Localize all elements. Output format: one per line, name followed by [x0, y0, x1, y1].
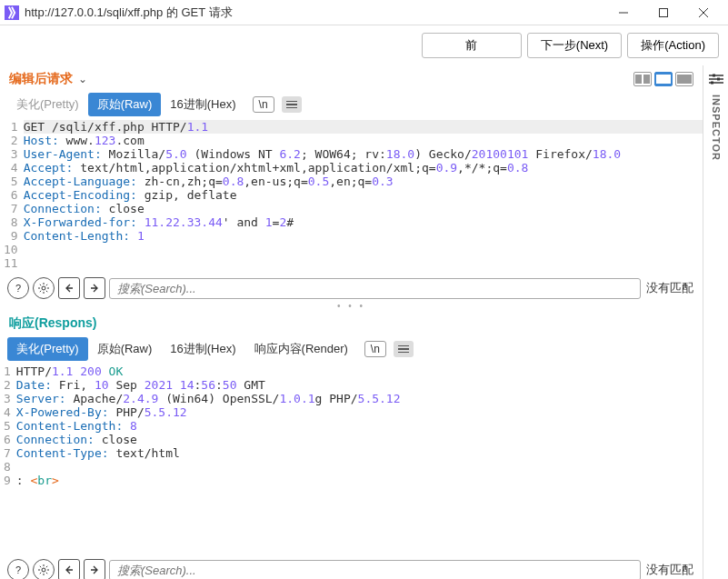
- response-pane: 响应(Respons) 美化(Pretty) 原始(Raw) 16进制(Hex)…: [0, 310, 703, 579]
- gear-icon[interactable]: [33, 559, 55, 579]
- tab-pretty[interactable]: 美化(Pretty): [7, 337, 88, 361]
- response-tabs: 美化(Pretty) 原始(Raw) 16进制(Hex) 响应内容(Render…: [0, 337, 703, 361]
- request-editor[interactable]: 1234567891011 GET /sqli/xff.php HTTP/1.1…: [0, 116, 703, 274]
- request-title: 编辑后请求: [9, 71, 73, 87]
- back-button[interactable]: 前: [422, 33, 522, 58]
- arrow-left-icon[interactable]: [58, 277, 80, 299]
- svg-line-10: [40, 285, 41, 285]
- svg-rect-29: [711, 82, 713, 85]
- arrow-right-icon[interactable]: [84, 559, 105, 579]
- tab-pretty[interactable]: 美化(Pretty): [7, 93, 88, 116]
- app-icon: [5, 5, 19, 20]
- titlebar: http://127.0.0.1/sqli/xff.php 的 GET 请求: [0, 0, 728, 25]
- request-no-match: 没有匹配: [644, 280, 695, 296]
- request-pane: 编辑后请求 ⌄ 美化(Pretty) 原始(Raw) 16进制(Hex) \n …: [0, 65, 703, 303]
- svg-line-22: [46, 566, 47, 567]
- newline-toggle[interactable]: \n: [364, 341, 386, 357]
- gear-icon[interactable]: [33, 277, 55, 299]
- action-button[interactable]: 操作(Action): [627, 33, 719, 58]
- response-title: 响应(Respons): [9, 315, 96, 332]
- pane-divider[interactable]: • • •: [0, 303, 703, 310]
- next-button[interactable]: 下一步(Next): [527, 33, 622, 58]
- view-columns-icon[interactable]: [633, 72, 652, 86]
- svg-rect-27: [713, 75, 715, 77]
- svg-point-15: [42, 568, 45, 572]
- svg-rect-1: [660, 8, 668, 16]
- svg-line-11: [46, 291, 47, 292]
- tab-hex[interactable]: 16进制(Hex): [161, 93, 244, 116]
- tab-hex[interactable]: 16进制(Hex): [161, 337, 244, 361]
- svg-line-12: [46, 285, 47, 285]
- chevron-down-icon[interactable]: ⌄: [78, 73, 87, 85]
- close-button[interactable]: [683, 1, 723, 25]
- view-split-icon[interactable]: [654, 72, 673, 86]
- svg-point-5: [42, 286, 45, 290]
- inspector-toggle-icon[interactable]: [708, 73, 724, 85]
- hamburger-icon[interactable]: [282, 96, 302, 113]
- newline-toggle[interactable]: \n: [253, 96, 274, 113]
- svg-text:?: ?: [15, 283, 21, 294]
- request-tabs: 美化(Pretty) 原始(Raw) 16进制(Hex) \n: [0, 93, 703, 116]
- arrow-right-icon[interactable]: [84, 277, 105, 299]
- svg-rect-28: [717, 78, 720, 81]
- svg-line-20: [40, 566, 41, 567]
- inspector-sidebar: INSPECTOR: [703, 65, 728, 579]
- tab-raw[interactable]: 原始(Raw): [88, 93, 162, 116]
- response-no-match: 没有匹配: [644, 562, 695, 578]
- response-search-input[interactable]: [109, 560, 641, 580]
- inspector-label: INSPECTOR: [711, 95, 722, 161]
- svg-line-21: [46, 573, 47, 574]
- help-icon[interactable]: ?: [7, 559, 29, 579]
- view-single-icon[interactable]: [675, 72, 693, 86]
- svg-line-23: [40, 573, 41, 574]
- arrow-left-icon[interactable]: [58, 559, 80, 579]
- tab-render[interactable]: 响应内容(Render): [245, 337, 357, 361]
- svg-line-13: [40, 291, 41, 292]
- response-editor[interactable]: 123456789 HTTP/1.1 200 OKDate: Fri, 10 S…: [0, 361, 703, 555]
- tab-raw[interactable]: 原始(Raw): [88, 337, 162, 361]
- help-icon[interactable]: ?: [7, 277, 29, 299]
- svg-text:?: ?: [15, 564, 21, 575]
- request-search-input[interactable]: [109, 278, 641, 299]
- window-title: http://127.0.0.1/sqli/xff.php 的 GET 请求: [23, 5, 603, 21]
- minimize-button[interactable]: [603, 1, 643, 25]
- action-bar: 前 下一步(Next) 操作(Action): [0, 25, 728, 65]
- maximize-button[interactable]: [643, 1, 683, 25]
- hamburger-icon[interactable]: [394, 341, 414, 357]
